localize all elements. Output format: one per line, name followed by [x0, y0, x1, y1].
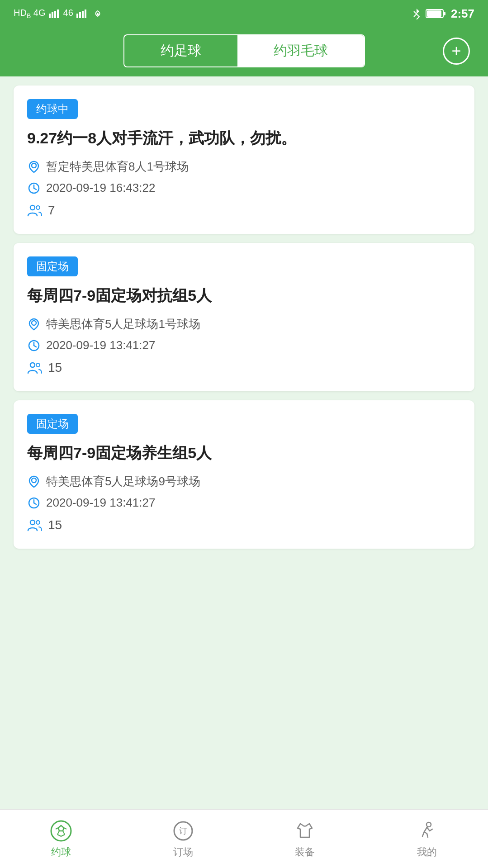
order-icon: 订	[171, 819, 195, 843]
badge-2: 固定场	[27, 256, 78, 276]
svg-rect-7	[85, 9, 86, 18]
card-location-1: 暂定特美思体育8人1号球场	[27, 159, 461, 175]
status-right: 2:57	[412, 7, 474, 21]
card-time-3: 2020-09-19 13:41:27	[27, 496, 461, 510]
svg-line-16	[34, 188, 36, 190]
card-1[interactable]: 约球中 9.27约一8人对手流汗，武功队，勿扰。 暂定特美思体育8人1号球场 2…	[14, 85, 474, 234]
people-icon-2	[27, 361, 43, 374]
svg-rect-6	[82, 11, 84, 18]
location-icon-2	[27, 318, 41, 331]
svg-rect-0	[49, 14, 51, 18]
card-time-2: 2020-09-19 13:41:27	[27, 338, 461, 352]
svg-point-29	[30, 520, 35, 525]
profile-icon	[415, 819, 439, 843]
svg-point-41	[426, 822, 431, 827]
card-people-2: 15	[27, 360, 461, 375]
nav-label-profile: 我的	[417, 845, 437, 859]
svg-rect-2	[54, 11, 56, 18]
location-icon-3	[27, 475, 41, 489]
svg-line-35	[57, 831, 59, 835]
tab-header: 约足球 约羽毛球 +	[0, 27, 488, 76]
time: 2:57	[451, 7, 474, 21]
equipment-icon	[293, 819, 317, 843]
people-icon-1	[27, 204, 43, 217]
svg-point-18	[36, 206, 40, 209]
svg-point-25	[32, 478, 36, 483]
nav-label-order: 订场	[173, 845, 193, 859]
nav-item-football[interactable]: 约球	[49, 819, 73, 859]
nav-label-equipment: 装备	[295, 845, 315, 859]
card-people-3: 15	[27, 518, 461, 532]
status-bar: HDB 4G 46	[0, 0, 488, 27]
svg-text:订: 订	[179, 826, 187, 835]
football-icon	[49, 819, 73, 843]
network-icons: HDB 4G 46	[14, 8, 104, 19]
nav-item-equipment[interactable]: 装备	[293, 819, 317, 859]
svg-line-38	[61, 835, 65, 836]
clock-icon-3	[27, 496, 41, 510]
svg-line-33	[56, 828, 58, 829]
badge-1: 约球中	[27, 99, 78, 119]
nav-item-order[interactable]: 订 订场	[171, 819, 195, 859]
svg-line-22	[34, 346, 36, 347]
location-icon-1	[27, 160, 41, 174]
svg-point-17	[30, 205, 35, 210]
svg-rect-3	[57, 9, 59, 18]
bottom-nav: 约球 订 订场 装备 我的	[0, 809, 488, 868]
svg-line-36	[63, 831, 65, 835]
badge-3: 固定场	[27, 414, 78, 434]
tab-football[interactable]: 约足球	[124, 35, 237, 66]
svg-line-9	[414, 14, 417, 17]
clock-icon-1	[27, 181, 41, 195]
card-title-2: 每周四7-9固定场对抗组5人	[27, 285, 461, 306]
svg-rect-1	[52, 12, 53, 18]
card-people-1: 7	[27, 203, 461, 218]
svg-marker-32	[58, 825, 64, 831]
svg-rect-11	[443, 12, 445, 15]
people-icon-3	[27, 519, 43, 531]
svg-rect-5	[79, 12, 81, 18]
card-2[interactable]: 固定场 每周四7-9固定场对抗组5人 特美思体育5人足球场1号球场 2020-0…	[14, 243, 474, 391]
nav-item-profile[interactable]: 我的	[415, 819, 439, 859]
card-title-1: 9.27约一8人对手流汗，武功队，勿扰。	[27, 128, 461, 149]
svg-line-34	[64, 828, 66, 829]
svg-line-37	[57, 835, 61, 836]
tab-group: 约足球 约羽毛球	[123, 34, 365, 67]
nav-label-football: 约球	[51, 845, 71, 859]
svg-line-28	[34, 503, 36, 504]
svg-point-19	[32, 321, 36, 325]
svg-point-13	[32, 163, 36, 168]
svg-rect-4	[76, 14, 78, 18]
add-button[interactable]: +	[443, 38, 470, 65]
card-location-3: 特美思体育5人足球场9号球场	[27, 474, 461, 489]
svg-rect-12	[427, 10, 441, 17]
card-time-1: 2020-09-19 16:43:22	[27, 181, 461, 195]
svg-point-24	[36, 363, 40, 367]
svg-point-30	[36, 521, 40, 524]
card-location-2: 特美思体育5人足球场1号球场	[27, 316, 461, 332]
svg-point-23	[30, 363, 35, 367]
svg-line-8	[414, 11, 417, 14]
main-content: 约球中 9.27约一8人对手流汗，武功队，勿扰。 暂定特美思体育8人1号球场 2…	[0, 76, 488, 809]
card-3[interactable]: 固定场 每周四7-9固定场养生组5人 特美思体育5人足球场9号球场 2020-0…	[14, 400, 474, 549]
status-left: HDB 4G 46	[14, 8, 104, 19]
clock-icon-2	[27, 339, 41, 352]
tab-badminton[interactable]: 约羽毛球	[237, 35, 364, 66]
card-title-3: 每周四7-9固定场养生组5人	[27, 443, 461, 464]
